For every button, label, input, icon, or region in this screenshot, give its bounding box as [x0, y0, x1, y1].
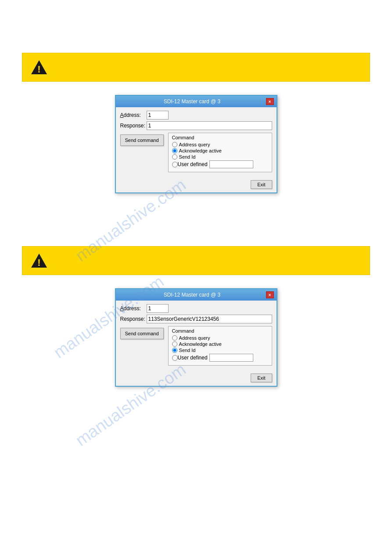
warning-icon-2: !	[29, 251, 49, 270]
response-input-1[interactable]	[147, 121, 272, 130]
radio-send-id-1[interactable]: Send Id	[172, 154, 268, 160]
radio-address-query-label-1: Address query	[179, 142, 210, 147]
svg-text:!: !	[37, 64, 40, 75]
radio-acknowledge-active-label-2: Acknowledge active	[179, 341, 222, 347]
address-input-2[interactable]	[147, 304, 169, 313]
dialog-titlebar-2: SDI-12 Master card @ 3 ×	[116, 289, 277, 301]
exit-button-1[interactable]: Exit	[251, 180, 272, 189]
radio-send-id-label-2: Send Id	[179, 348, 196, 353]
user-defined-input-2[interactable]	[209, 354, 253, 362]
dialog-1: SDI-12 Master card @ 3 × Address: Respon…	[115, 95, 277, 193]
command-group-label-1: Command	[172, 135, 268, 140]
command-group-label-2: Command	[172, 328, 268, 334]
radio-user-defined-row-1[interactable]: User defined	[172, 160, 268, 168]
address-label-2: Address:	[120, 305, 147, 312]
response-row-2: Response:	[120, 315, 272, 323]
address-row-2: Address:	[120, 304, 272, 313]
dialog-body-1: Address: Response: Send command Command …	[116, 107, 277, 177]
radio-user-defined-label-1: User defined	[178, 161, 208, 167]
svg-text:!: !	[37, 257, 40, 268]
dialog-container-1: SDI-12 Master card @ 3 × Address: Respon…	[0, 95, 392, 193]
dialog-footer-2: Exit	[116, 370, 277, 386]
send-command-button-2[interactable]: Send command	[120, 328, 164, 339]
response-input-2[interactable]	[147, 315, 272, 323]
dialog-content-row-2: Send command Command Address query Ackno…	[120, 326, 272, 366]
radio-acknowledge-active-2[interactable]: Acknowledge active	[172, 341, 268, 347]
response-label-1: Response:	[120, 123, 147, 129]
dialog-close-button-1[interactable]: ×	[266, 98, 274, 105]
dialog-2: SDI-12 Master card @ 3 × Address: Respon…	[115, 288, 277, 387]
dialog-close-button-2[interactable]: ×	[266, 291, 274, 298]
radio-send-id-2[interactable]: Send Id	[172, 348, 268, 353]
address-input-1[interactable]	[147, 111, 169, 120]
radio-user-defined-row-2[interactable]: User defined	[172, 354, 268, 362]
command-group-1: Command Address query Acknowledge active…	[168, 133, 272, 172]
response-row-1: Response:	[120, 121, 272, 130]
radio-acknowledge-active-label-1: Acknowledge active	[179, 148, 222, 153]
radio-acknowledge-active-1[interactable]: Acknowledge active	[172, 148, 268, 153]
second-section: ! SDI-12 Master card @ 3 × Address: Resp…	[0, 246, 392, 387]
dialog-container-2: SDI-12 Master card @ 3 × Address: Respon…	[0, 288, 392, 387]
address-label-1: Address:	[120, 112, 147, 118]
dialog-title-2: SDI-12 Master card @ 3	[119, 292, 266, 298]
exit-button-2[interactable]: Exit	[251, 374, 272, 382]
dialog-body-2: Address: Response: Send command Command	[116, 301, 277, 370]
radio-address-query-2[interactable]: Address query	[172, 335, 268, 341]
send-command-button-1[interactable]: Send command	[120, 134, 164, 146]
dialog-titlebar-1: SDI-12 Master card @ 3 ×	[116, 96, 277, 107]
warning-banner-2: !	[22, 246, 370, 275]
command-group-2: Command Address query Acknowledge active…	[168, 326, 272, 366]
dialog-title-1: SDI-12 Master card @ 3	[119, 98, 266, 105]
warning-banner-1: !	[22, 53, 370, 82]
radio-address-query-label-2: Address query	[179, 335, 210, 341]
radio-user-defined-label-2: User defined	[178, 355, 208, 361]
radio-address-query-1[interactable]: Address query	[172, 142, 268, 147]
response-label-2: Response:	[120, 316, 147, 322]
dialog-footer-1: Exit	[116, 177, 277, 192]
radio-send-id-label-1: Send Id	[179, 154, 196, 160]
dialog-content-row-1: Send command Command Address query Ackno…	[120, 133, 272, 172]
address-row-1: Address:	[120, 111, 272, 120]
warning-icon-1: !	[29, 58, 49, 77]
user-defined-input-1[interactable]	[209, 160, 253, 168]
